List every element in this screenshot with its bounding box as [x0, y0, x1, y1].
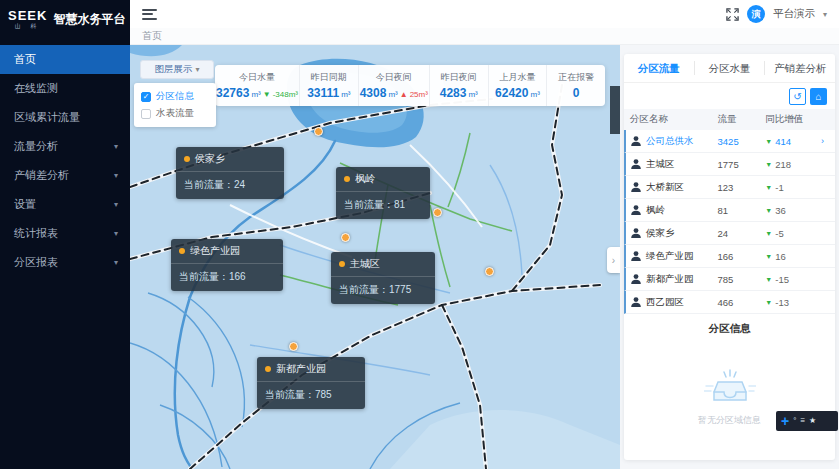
orange-dot-icon	[184, 156, 190, 162]
menu-label: 设置	[14, 197, 36, 212]
sidebar-menu: 首页 在线监测 区域累计流量 流量分析 ▾ 产销差分析 ▾ 设置 ▾ 统计报表 …	[0, 45, 130, 277]
sidebar-item-statistics-report[interactable]: 统计报表 ▾	[0, 219, 130, 248]
menu-label: 统计报表	[14, 226, 58, 241]
table-row[interactable]: 西乙园区 466 ▼-13	[624, 291, 835, 314]
crosshair-icon: +	[781, 414, 789, 428]
refresh-button[interactable]: ↺	[789, 88, 806, 105]
table-row[interactable]: 公司总供水 3425 ▼414 ›	[624, 130, 835, 153]
checkbox-checked-icon[interactable]: ✓	[141, 92, 151, 102]
panel-tabs: 分区流量 分区水量 产销差分析	[624, 54, 835, 83]
panel-collapse-handle[interactable]: ›	[607, 247, 620, 273]
orange-dot-icon	[339, 261, 345, 267]
table-row[interactable]: 侯家乡 24 ▼-5	[624, 222, 835, 245]
breadcrumb[interactable]: 首页	[142, 29, 162, 43]
layer-dropdown[interactable]: 图层展示 ▾	[140, 60, 214, 79]
map-marker[interactable]	[341, 233, 350, 242]
sidebar-item-zone-report[interactable]: 分区报表 ▾	[0, 248, 130, 277]
zone-delta: -13	[775, 297, 789, 308]
map-tooltip-main-city[interactable]: 主城区 当前流量：1775	[331, 252, 435, 304]
zone-flow: 24	[718, 228, 766, 239]
sidebar-item-online-monitoring[interactable]: 在线监测	[0, 74, 130, 103]
sidebar-item-flow-analysis[interactable]: 流量分析 ▾	[0, 132, 130, 161]
menu-label: 产销差分析	[14, 168, 69, 183]
tooltip-flow-value: 166	[229, 271, 246, 282]
chevron-down-icon: ▾	[114, 229, 118, 238]
right-panel: 分区流量 分区水量 产销差分析 ↺ ⌂ 分区名称 流量 同比增值 公司总供水 3…	[620, 45, 839, 469]
sidebar-item-settings[interactable]: 设置 ▾	[0, 190, 130, 219]
map-marker[interactable]	[314, 127, 323, 136]
map-tooltip-houjiaxiang[interactable]: 侯家乡 当前流量：24	[176, 147, 284, 199]
collapse-sidebar-icon[interactable]	[142, 9, 157, 20]
tooltip-flow-label: 当前流量：	[184, 179, 234, 190]
home-locate-button[interactable]: ⌂	[810, 88, 827, 105]
tab-nrw-analysis[interactable]: 产销差分析	[764, 61, 835, 75]
menu-label: 在线监测	[14, 81, 58, 96]
avatar[interactable]: 演	[747, 5, 765, 23]
table-row[interactable]: 绿色产业园 166 ▼16	[624, 245, 835, 268]
user-menu[interactable]: 平台演示	[773, 7, 815, 21]
stat-value: 0	[573, 86, 580, 100]
stat-last-month-volume: 上月水量 62420 m³	[489, 65, 548, 106]
layer-option-meter-flow[interactable]: 水表流量	[141, 105, 209, 122]
zone-avatar-icon	[630, 135, 642, 147]
trend-down-icon: ▼	[765, 161, 772, 168]
layer-option-zone-info[interactable]: ✓ 分区信息	[141, 88, 209, 105]
checkbox-unchecked-icon[interactable]	[141, 109, 151, 119]
table-row[interactable]: 新都产业园 785 ▼-15	[624, 268, 835, 291]
sidebar-item-nrw-analysis[interactable]: 产销差分析 ▾	[0, 161, 130, 190]
zone-avatar-icon	[630, 250, 642, 262]
logo-text: SEEK	[8, 9, 47, 22]
tooltip-flow-label: 当前流量：	[339, 284, 389, 295]
panel-actions: ↺ ⌂	[624, 83, 835, 109]
trend-down-icon: ▼	[765, 207, 772, 214]
trend-down-icon: ▼	[765, 138, 772, 145]
chevron-down-icon[interactable]: ▾	[823, 10, 827, 19]
zone-flow: 785	[718, 274, 766, 285]
zone-flow: 3425	[718, 136, 766, 147]
map-tooltip-xindu-industrial-park[interactable]: 新都产业园 当前流量：785	[257, 357, 365, 409]
col-flow: 流量	[718, 113, 766, 126]
tab-zone-volume[interactable]: 分区水量	[694, 61, 765, 75]
stat-label: 今日水量	[239, 71, 275, 84]
zone-name: 公司总供水	[646, 135, 694, 148]
map-canvas[interactable]: 今日水量 32763 m³ ▼ -348m³ 昨日同期 33111 m³ 今日夜…	[130, 45, 620, 469]
zone-card: 分区流量 分区水量 产销差分析 ↺ ⌂ 分区名称 流量 同比增值 公司总供水 3…	[624, 54, 835, 460]
top-header: 演 平台演示 ▾	[130, 0, 839, 28]
map-tooltip-fengling[interactable]: 枫岭 当前流量：81	[336, 167, 430, 219]
logo-subtext: 山 科	[15, 23, 41, 29]
zone-name: 西乙园区	[646, 296, 684, 309]
zone-name: 枫岭	[646, 204, 665, 217]
zone-delta: 16	[775, 251, 786, 262]
stat-yesterday-same-period: 昨日同期 33111 m³	[300, 65, 359, 106]
zone-name: 主城区	[646, 158, 675, 171]
map-tooltip-green-industrial-park[interactable]: 绿色产业园 当前流量：166	[171, 239, 283, 291]
sidebar-item-home[interactable]: 首页	[0, 45, 130, 74]
layer-dropdown-label: 图层展示	[154, 63, 192, 76]
sidebar: SEEK 山 科 智慧水务平台 首页 在线监测 区域累计流量 流量分析 ▾ 产销…	[0, 0, 130, 469]
table-row[interactable]: 枫岭 81 ▼36	[624, 199, 835, 222]
zone-flow: 81	[718, 205, 766, 216]
stat-delta: 25m³	[410, 90, 428, 99]
map-attribution-toolbar[interactable]: + ° ≡ ★	[776, 411, 838, 431]
chevron-right-icon[interactable]: ›	[821, 136, 829, 146]
map-marker[interactable]	[433, 208, 442, 217]
map-marker[interactable]	[289, 342, 298, 351]
zone-avatar-icon	[630, 227, 642, 239]
zone-avatar-icon	[630, 273, 642, 285]
stat-value: 4308	[360, 86, 387, 100]
sidebar-item-regional-flow[interactable]: 区域累计流量	[0, 103, 130, 132]
stat-unit: m³	[341, 90, 350, 99]
landmark-icon: ★	[809, 417, 816, 425]
tooltip-flow-value: 785	[315, 389, 332, 400]
stat-today-volume: 今日水量 32763 m³ ▼ -348m³	[215, 65, 300, 106]
fullscreen-icon[interactable]	[726, 8, 739, 21]
chevron-down-icon: ▾	[114, 258, 118, 267]
tab-zone-flow[interactable]: 分区流量	[624, 61, 694, 75]
orange-dot-icon	[265, 366, 271, 372]
table-row[interactable]: 主城区 1775 ▼218	[624, 153, 835, 176]
stat-value: 32763	[216, 86, 249, 100]
table-row[interactable]: 大桥新区 123 ▼-1	[624, 176, 835, 199]
tooltip-flow-label: 当前流量：	[344, 199, 394, 210]
zone-avatar-icon	[630, 204, 642, 216]
map-marker[interactable]	[485, 267, 494, 276]
